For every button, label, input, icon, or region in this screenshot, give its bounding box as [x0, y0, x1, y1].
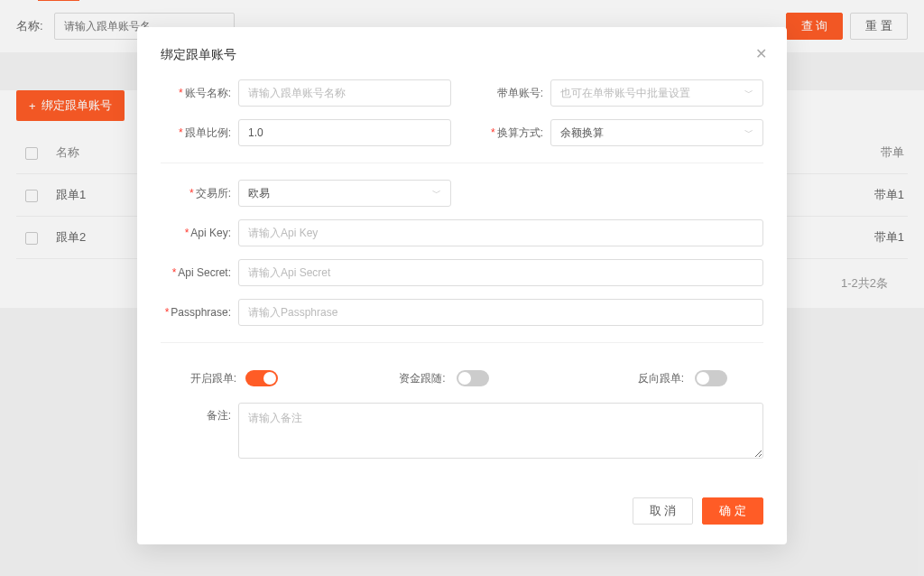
passphrase-input[interactable] — [238, 299, 763, 326]
account-name-input[interactable] — [238, 79, 451, 107]
api-secret-input[interactable] — [238, 259, 763, 286]
label-passphrase: Passphrase: — [171, 306, 231, 319]
enable-follow-switch[interactable] — [245, 370, 278, 386]
label-ratio: 跟单比例: — [185, 126, 231, 139]
convert-mode-value: 余额换算 — [560, 125, 604, 141]
close-icon[interactable]: ✕ — [755, 45, 767, 62]
exchange-select[interactable]: 欧易 ﹀ — [238, 180, 451, 207]
label-lead-account: 带单账号: — [497, 87, 543, 99]
lead-account-placeholder: 也可在单带账号中批量设置 — [560, 86, 690, 101]
modal-mask[interactable]: 绑定跟单账号 ✕ *账号名称: 带单账号: 也可在单带账号中批量设置 ﹀ — [0, 0, 924, 576]
label-reverse-follow: 反向跟单: — [638, 371, 688, 386]
convert-mode-select[interactable]: 余额换算 ﹀ — [550, 119, 763, 146]
label-enable-follow: 开启跟单: — [161, 371, 238, 386]
divider — [161, 163, 763, 163]
modal-footer: 取 消 确 定 — [161, 497, 763, 525]
modal-title: 绑定跟单账号 — [161, 47, 763, 63]
api-key-input[interactable] — [238, 219, 763, 246]
label-exchange: 交易所: — [196, 187, 231, 200]
label-fund-follow: 资金跟随: — [399, 371, 448, 386]
chevron-down-icon: ﹀ — [432, 187, 441, 200]
reverse-follow-switch[interactable] — [695, 370, 727, 386]
chevron-down-icon: ﹀ — [744, 126, 753, 139]
label-remark: 备注: — [207, 409, 231, 422]
divider — [161, 342, 763, 343]
lead-account-select[interactable]: 也可在单带账号中批量设置 ﹀ — [550, 79, 763, 107]
label-api-key: Api Key: — [190, 227, 231, 239]
label-account-name: 账号名称: — [185, 87, 231, 99]
switch-row: 开启跟单: 资金跟随: 反向跟单: — [161, 370, 763, 386]
bind-account-modal: 绑定跟单账号 ✕ *账号名称: 带单账号: 也可在单带账号中批量设置 ﹀ — [137, 27, 787, 544]
chevron-down-icon: ﹀ — [744, 87, 753, 99]
confirm-button[interactable]: 确 定 — [702, 497, 763, 525]
fund-follow-switch[interactable] — [457, 370, 489, 386]
ratio-input[interactable] — [238, 119, 451, 146]
exchange-value: 欧易 — [248, 186, 270, 201]
label-api-secret: Api Secret: — [178, 266, 231, 279]
label-convert-mode: 换算方式: — [497, 126, 543, 139]
remark-textarea[interactable] — [238, 403, 763, 459]
cancel-button[interactable]: 取 消 — [633, 497, 694, 525]
